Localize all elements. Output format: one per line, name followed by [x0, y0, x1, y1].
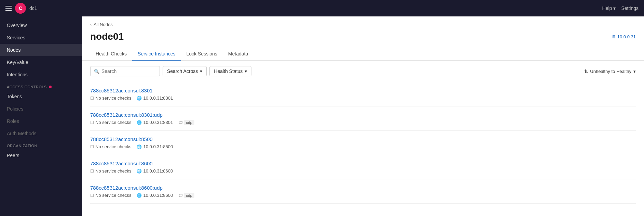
- globe-icon: 🌐: [137, 120, 142, 125]
- sidebar-item-auth-methods[interactable]: Auth Methods: [0, 127, 82, 140]
- search-input[interactable]: [101, 68, 156, 74]
- sidebar-item-roles[interactable]: Roles: [0, 115, 82, 127]
- service-meta: ☐ No service checks 🌐 10.0.0.31:8500: [90, 144, 636, 149]
- check-icon: ☐: [90, 169, 94, 174]
- chevron-down-icon: ▾: [613, 5, 616, 11]
- no-service-checks: ☐ No service checks: [90, 120, 131, 125]
- no-service-checks: ☐ No service checks: [90, 144, 131, 149]
- service-name[interactable]: 788cc85312ac:consul:8301:udp: [90, 112, 636, 118]
- sort-icon: ⇅: [584, 69, 588, 74]
- main-layout: Overview Services Nodes Key/Value Intent…: [0, 16, 644, 216]
- menu-toggle[interactable]: [5, 6, 12, 11]
- sidebar-item-nodes[interactable]: Nodes: [0, 44, 82, 56]
- dc-label: dc1: [29, 5, 37, 11]
- service-name[interactable]: 788cc85312ac:consul:8301: [90, 88, 636, 93]
- access-controls-label: ACCESS CONTROLS: [0, 81, 82, 90]
- tab-service-instances[interactable]: Service Instances: [132, 48, 181, 61]
- tag-badge-item: 🏷 udp: [178, 193, 194, 198]
- tag-value: udp: [184, 193, 194, 198]
- filter-bar: 🔍 Search Across ▾ Health Status ▾ ⇅ Unhe…: [82, 61, 644, 82]
- topbar-left: C dc1: [5, 3, 602, 14]
- sidebar-item-tokens[interactable]: Tokens: [0, 90, 82, 103]
- service-ip: 🌐 10.0.0.31:8301: [137, 120, 173, 125]
- help-button[interactable]: Help ▾: [602, 5, 616, 11]
- check-icon: ☐: [90, 120, 94, 125]
- back-icon: ‹: [90, 22, 92, 27]
- service-ip: 🌐 10.0.0.31:8301: [137, 96, 173, 101]
- service-name[interactable]: 788cc85312ac:consul:8500: [90, 136, 636, 142]
- settings-button[interactable]: Settings: [621, 5, 639, 11]
- service-ip: 🌐 10.0.0.31:8600: [137, 168, 173, 174]
- chevron-down-icon: ▾: [245, 68, 247, 74]
- globe-icon: 🌐: [137, 169, 142, 174]
- tab-metadata[interactable]: Metadata: [223, 48, 254, 61]
- chevron-down-icon: ▾: [200, 68, 202, 74]
- service-meta: ☐ No service checks 🌐 10.0.0.31:8301 🏷 u…: [90, 120, 636, 125]
- globe-icon: 🌐: [137, 144, 142, 149]
- tabs: Health Checks Service Instances Lock Ses…: [82, 48, 644, 61]
- list-item: 788cc85312ac:consul:8500 ☐ No service ch…: [90, 131, 636, 155]
- service-meta: ☐ No service checks 🌐 10.0.0.31:8600 🏷 u…: [90, 193, 636, 198]
- globe-icon: 🌐: [137, 193, 142, 198]
- service-ip: 🌐 10.0.0.31:8500: [137, 144, 173, 149]
- list-item: 788cc85312ac:consul:8600:udp ☐ No servic…: [90, 179, 636, 204]
- sidebar-item-services[interactable]: Services: [0, 31, 82, 44]
- no-service-checks: ☐ No service checks: [90, 193, 131, 198]
- list-item: 788cc85312ac:consul:8301 ☐ No service ch…: [90, 82, 636, 106]
- tag-badge-item: 🏷 udp: [178, 120, 194, 125]
- tag-icon: 🏷: [178, 193, 182, 198]
- service-list: 788cc85312ac:consul:8301 ☐ No service ch…: [82, 82, 644, 204]
- sidebar-item-keyvalue[interactable]: Key/Value: [0, 56, 82, 68]
- chevron-down-icon: ▾: [633, 69, 636, 74]
- topbar: C dc1 Help ▾ Settings: [0, 0, 644, 16]
- service-name[interactable]: 788cc85312ac:consul:8600:udp: [90, 185, 636, 191]
- tab-lock-sessions[interactable]: Lock Sessions: [181, 48, 223, 61]
- content-area: ‹ All Nodes node01 🖥 10.0.0.31 Health Ch…: [82, 16, 644, 216]
- service-meta: ☐ No service checks 🌐 10.0.0.31:8600: [90, 168, 636, 174]
- globe-icon: 🌐: [137, 96, 142, 101]
- organization-label: ORGANIZATION: [0, 140, 82, 149]
- tag-icon: 🏷: [178, 120, 182, 125]
- tab-health-checks[interactable]: Health Checks: [90, 48, 132, 61]
- sidebar-item-peers[interactable]: Peers: [0, 149, 82, 162]
- network-icon: 🖥: [612, 34, 616, 39]
- service-ip: 🌐 10.0.0.31:8600: [137, 193, 173, 198]
- breadcrumb[interactable]: ‹ All Nodes: [82, 16, 644, 30]
- search-across-dropdown[interactable]: Search Across ▾: [163, 66, 207, 76]
- check-icon: ☐: [90, 193, 94, 198]
- sort-button[interactable]: ⇅ Unhealthy to Healthy ▾: [584, 69, 636, 74]
- check-icon: ☐: [90, 144, 94, 149]
- topbar-right: Help ▾ Settings: [602, 5, 639, 11]
- health-status-dropdown[interactable]: Health Status ▾: [209, 66, 251, 76]
- service-meta: ☐ No service checks 🌐 10.0.0.31:8301: [90, 96, 636, 101]
- tag-value: udp: [184, 120, 194, 125]
- sidebar-item-policies[interactable]: Policies: [0, 103, 82, 115]
- app-logo: C: [15, 3, 26, 14]
- list-item: 788cc85312ac:consul:8600 ☐ No service ch…: [90, 155, 636, 179]
- node-header: node01 🖥 10.0.0.31: [82, 30, 644, 48]
- no-service-checks: ☐ No service checks: [90, 168, 131, 174]
- list-item: 788cc85312ac:consul:8301:udp ☐ No servic…: [90, 106, 636, 131]
- access-dot-icon: [49, 86, 52, 88]
- no-service-checks: ☐ No service checks: [90, 96, 131, 101]
- search-box: 🔍: [90, 66, 160, 76]
- sidebar: Overview Services Nodes Key/Value Intent…: [0, 16, 82, 216]
- node-title: node01: [90, 31, 124, 42]
- sidebar-item-intentions[interactable]: Intentions: [0, 68, 82, 81]
- check-icon: ☐: [90, 96, 94, 101]
- service-name[interactable]: 788cc85312ac:consul:8600: [90, 161, 636, 166]
- search-icon: 🔍: [94, 69, 99, 74]
- node-ip[interactable]: 🖥 10.0.0.31: [612, 34, 636, 39]
- sidebar-item-overview[interactable]: Overview: [0, 19, 82, 31]
